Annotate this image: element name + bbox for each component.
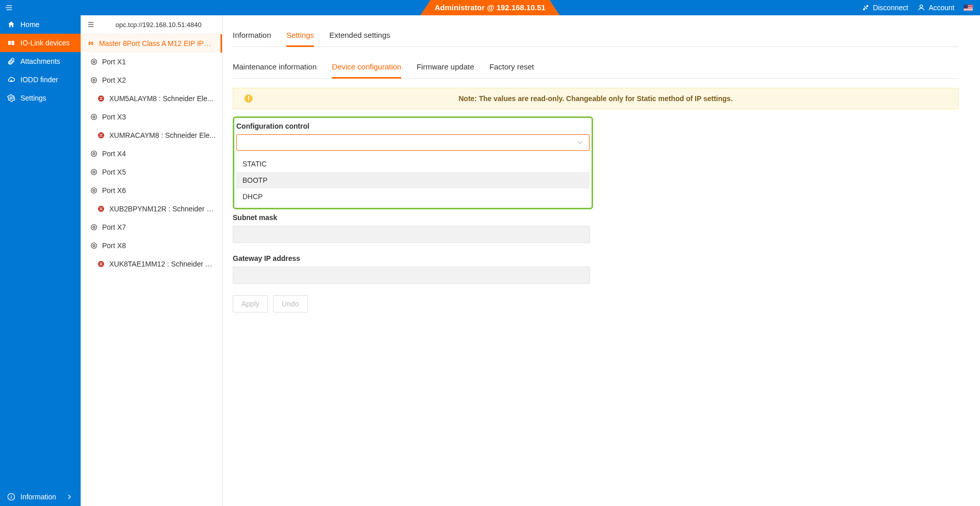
menu-toggle-icon[interactable] — [5, 4, 13, 12]
account-icon — [917, 4, 925, 12]
flag-icon[interactable] — [964, 5, 973, 11]
disconnect-icon — [862, 4, 870, 12]
account-label: Account — [928, 4, 954, 12]
topbar-right: Disconnect Account — [862, 4, 980, 12]
disconnect-label: Disconnect — [873, 4, 908, 12]
topbar-left — [0, 4, 13, 12]
disconnect-link[interactable]: Disconnect — [862, 4, 908, 12]
account-link[interactable]: Account — [917, 4, 954, 12]
connection-banner: Administrator @ 192.168.10.51 — [420, 0, 559, 15]
topbar: Administrator @ 192.168.10.51 Disconnect… — [0, 0, 980, 15]
svg-point-5 — [920, 5, 923, 8]
